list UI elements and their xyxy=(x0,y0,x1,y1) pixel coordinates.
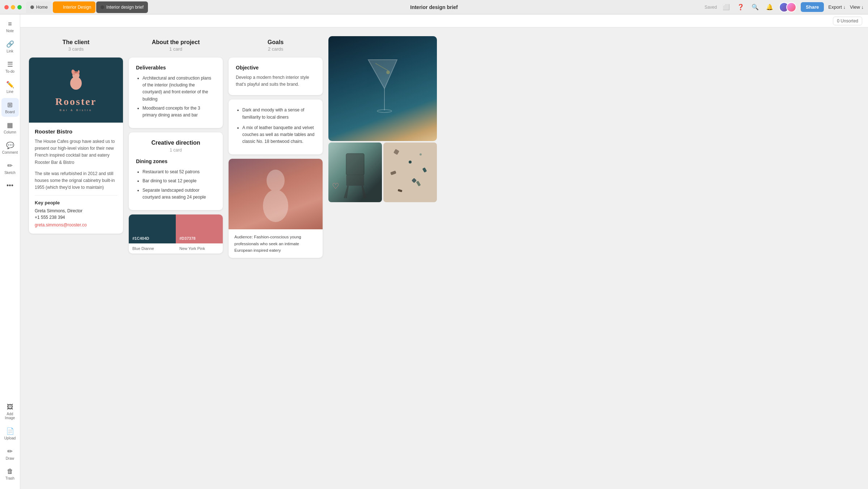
more-icon: ••• xyxy=(7,182,13,190)
client-section-header: The client 3 cards xyxy=(29,36,123,53)
tab-bar: Home Interior Design Interior design bri… xyxy=(26,1,148,13)
key-people-section: Key people Greta Simmons, Director +1 55… xyxy=(35,195,117,228)
swatch-pink-color: #D37378 xyxy=(176,214,223,243)
tab-interior-design[interactable]: Interior Design xyxy=(53,1,95,13)
svg-point-6 xyxy=(263,190,288,222)
sidebar-item-addimage[interactable]: 🖼 Add Image xyxy=(1,400,19,423)
client-logo-section: Rooster Bar & Bistro xyxy=(29,58,123,123)
titlebar-actions: Saved ⬜ ❓ 🔍 🔔 Share Export ↓ View ↓ xyxy=(705,2,864,12)
image-mosaic-wrapper: ♡ xyxy=(328,36,859,258)
share-button[interactable]: Share xyxy=(801,2,824,12)
swatch-pink-section: #D37378 New York Pink xyxy=(176,214,223,254)
sidebar-item-draw[interactable]: ✏ Draw xyxy=(1,445,19,463)
client-title: The client xyxy=(29,39,123,46)
comment-icon: 💬 xyxy=(6,141,14,149)
sidebar-item-note[interactable]: ≡ Note xyxy=(1,17,19,36)
contact-phone: +1 555 238 394 xyxy=(35,215,117,220)
deliverables-title: Deliverables xyxy=(136,65,216,71)
swatch-dark-info: Blue Dianne xyxy=(129,243,176,254)
dining-item-1: Restaurant to seat 52 patrons xyxy=(142,169,216,175)
sidebar-item-comment[interactable]: 💬 Comment xyxy=(1,139,19,157)
close-button[interactable] xyxy=(4,5,9,9)
page-title: Interior design brief xyxy=(410,4,458,10)
addimage-icon: 🖼 xyxy=(7,403,13,411)
swatch-pink-name: New York Pink xyxy=(179,246,219,251)
audience-card[interactable]: Audience: Fashion-conscious young profes… xyxy=(229,159,323,258)
key-people-title: Key people xyxy=(35,200,117,205)
board-icon: ⊞ xyxy=(7,101,13,109)
tab-home[interactable]: Home xyxy=(26,1,52,13)
sidebar-item-column[interactable]: ▦ Column xyxy=(1,118,19,137)
creative-count: 1 card xyxy=(136,148,216,153)
client-logo-card[interactable]: Rooster Bar & Bistro Rooster Bistro The … xyxy=(29,58,123,234)
audience-text: Audience: Fashion-conscious young profes… xyxy=(234,234,317,254)
goals-item-1: Dark and moody with a sense of familiari… xyxy=(242,107,315,120)
toolbar: 0 Unsorted xyxy=(20,14,868,27)
unsorted-badge[interactable]: 0 Unsorted xyxy=(833,17,862,25)
dining-item-3: Separate landscaped outdoor courtyard ar… xyxy=(142,187,216,201)
rooster-bird-icon xyxy=(67,69,85,94)
deliverables-list: Architectural and construction plans of … xyxy=(136,75,216,119)
device-icon[interactable]: ⬜ xyxy=(721,2,731,12)
goals-column: Goals 2 cards Objective Develop a modern… xyxy=(229,36,323,258)
client-info: Rooster Bistro The House Cafes group hav… xyxy=(29,123,123,234)
goals-section-header: Goals 2 cards xyxy=(229,36,323,53)
audience-image xyxy=(229,159,323,229)
deliverable-item-2: Moodboard concepts for the 3 primary din… xyxy=(142,105,216,119)
creative-title: Creative direction xyxy=(136,140,216,146)
dining-item-2: Bar dining to seat 12 people xyxy=(142,178,216,184)
sidebar-item-upload[interactable]: 📄 Upload xyxy=(1,424,19,443)
todo-icon: ☰ xyxy=(7,60,13,68)
sidebar-item-link[interactable]: 🔗 Link xyxy=(1,37,19,56)
project-section-header: About the project 1 card xyxy=(129,36,223,53)
search-icon[interactable]: 🔍 xyxy=(750,2,760,12)
view-button[interactable]: View ↓ xyxy=(850,4,864,10)
contact-email[interactable]: greta.simmons@rooster.co xyxy=(35,222,87,228)
svg-point-10 xyxy=(386,71,390,74)
swatch-dark-name: Blue Dianne xyxy=(132,246,172,251)
color-swatches-card[interactable]: #1C404D Blue Dianne #D37378 xyxy=(129,214,223,254)
maximize-button[interactable] xyxy=(17,5,22,9)
trash-icon: 🗑 xyxy=(7,468,13,475)
sidebar-item-more[interactable]: ••• xyxy=(1,179,19,192)
dining-list: Restaurant to seat 52 patrons Bar dining… xyxy=(136,169,216,201)
svg-point-4 xyxy=(75,71,77,73)
svg-marker-7 xyxy=(368,60,397,89)
dining-title: Dining zones xyxy=(136,158,216,164)
column-icon: ▦ xyxy=(7,121,13,129)
svg-rect-13 xyxy=(346,175,364,186)
creative-direction-card[interactable]: Creative direction 1 card Dining zones R… xyxy=(129,132,223,210)
mosaic-row xyxy=(328,143,437,202)
project-title: About the project xyxy=(129,39,223,46)
deliverables-card[interactable]: Deliverables Architectural and construct… xyxy=(129,58,223,128)
objective-card[interactable]: Objective Develop a modern french interi… xyxy=(229,58,323,95)
swatch-pink-hex: #D37378 xyxy=(179,236,196,241)
sidebar-item-line[interactable]: ✏️ Line xyxy=(1,78,19,97)
sidebar-item-trash[interactable]: 🗑 Trash xyxy=(1,465,19,483)
image-mosaic-column: ♡ xyxy=(328,36,437,202)
sidebar-item-todo[interactable]: ☰ To-do xyxy=(1,58,19,76)
swatch-dark-section: #1C404D Blue Dianne xyxy=(129,214,176,254)
client-name: Rooster Bistro xyxy=(35,128,117,135)
canvas[interactable]: The client 3 cards xyxy=(20,27,868,489)
help-icon[interactable]: ❓ xyxy=(736,2,746,12)
minimize-button[interactable] xyxy=(11,5,15,9)
swatch-dark-color: #1C404D xyxy=(129,214,176,243)
sidebar-item-board[interactable]: ⊞ Board xyxy=(1,98,19,117)
sidebar: ≡ Note 🔗 Link ☰ To-do ✏️ Line ⊞ Board ▦ … xyxy=(0,14,20,489)
audience-text-section: Audience: Fashion-conscious young profes… xyxy=(229,229,323,258)
goals-list-card[interactable]: Dark and moody with a sense of familiari… xyxy=(229,99,323,154)
sidebar-item-sketch[interactable]: ✏ Sketch xyxy=(1,159,19,178)
cocktail-image xyxy=(328,36,437,141)
saved-status: Saved xyxy=(705,5,717,10)
objective-title: Objective xyxy=(236,65,315,71)
main-content: 0 Unsorted The client 3 cards xyxy=(20,14,868,489)
traffic-lights xyxy=(4,5,22,9)
rooster-sub: Bar & Bistro xyxy=(60,109,93,112)
client-column: The client 3 cards xyxy=(29,36,123,258)
notification-icon[interactable]: 🔔 xyxy=(765,2,775,12)
export-button[interactable]: Export ↓ xyxy=(828,4,846,10)
tab-interior-brief[interactable]: Interior design brief xyxy=(96,1,148,13)
terrazzo-image xyxy=(383,143,437,202)
client-desc-1: The House Cafes group have asked us to p… xyxy=(35,138,117,166)
